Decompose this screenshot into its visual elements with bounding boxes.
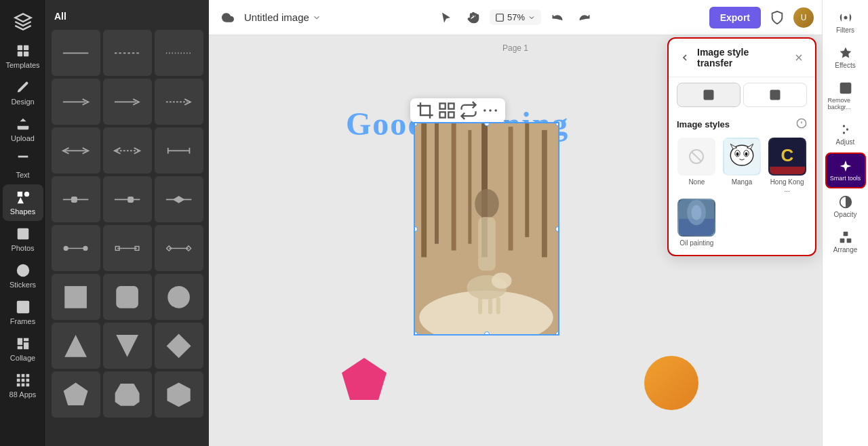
select-tool-button[interactable] xyxy=(435,7,457,28)
shape-dotted-double-arrow[interactable] xyxy=(103,127,152,174)
sidebar-item-templates[interactable]: Templates xyxy=(3,38,43,75)
sidebar-item-collage[interactable]: Collage xyxy=(3,331,43,367)
shape-square[interactable] xyxy=(52,274,100,320)
svg-point-128 xyxy=(692,205,702,220)
right-item-remove-bg[interactable]: Remove backgr... xyxy=(825,76,866,116)
logo[interactable] xyxy=(0,5,46,38)
svg-rect-18 xyxy=(23,338,28,342)
redo-button[interactable] xyxy=(574,7,595,28)
sidebar-item-frames[interactable]: Frames xyxy=(3,294,43,331)
canvas-orange-circle[interactable] xyxy=(644,356,698,410)
svg-rect-21 xyxy=(16,374,20,378)
shapes-panel: All xyxy=(46,0,209,446)
right-item-smart-tools[interactable]: Smart tools xyxy=(825,153,866,188)
sidebar-item-design[interactable]: Design xyxy=(3,75,43,111)
shape-dashed-line[interactable] xyxy=(103,30,152,76)
style-tab-text[interactable] xyxy=(743,83,807,107)
float-crop-button[interactable] xyxy=(416,101,435,120)
shape-dotted-arrow[interactable] xyxy=(155,79,203,125)
svg-rect-0 xyxy=(17,45,22,50)
shape-dot-line3[interactable] xyxy=(155,225,203,271)
style-info-button[interactable] xyxy=(796,118,807,131)
canvas-image-element[interactable] xyxy=(414,122,559,336)
style-item-none[interactable]: None xyxy=(677,138,717,193)
svg-rect-44 xyxy=(128,197,133,201)
sidebar-label-templates: Templates xyxy=(5,61,39,69)
sidebar-item-apps[interactable]: 88 Apps xyxy=(3,367,43,404)
shape-hexagon2[interactable] xyxy=(155,371,203,418)
right-item-effects[interactable]: Effects xyxy=(825,41,866,75)
shape-dot-line1[interactable] xyxy=(52,225,100,271)
shape-pentagon[interactable] xyxy=(52,371,100,418)
shape-diamond[interactable] xyxy=(155,323,203,369)
shapes-grid xyxy=(52,30,203,418)
handle-bm xyxy=(484,331,490,336)
svg-rect-68 xyxy=(448,112,454,117)
cloud-save-button[interactable] xyxy=(217,7,239,28)
doc-title-text: Untitled image xyxy=(244,12,309,23)
float-more-button[interactable] xyxy=(481,101,500,120)
shape-bar-arrow[interactable] xyxy=(155,127,203,174)
shape-double-arrow[interactable] xyxy=(52,127,100,174)
style-item-manga[interactable]: Manga xyxy=(722,138,762,193)
svg-rect-79 xyxy=(509,127,513,251)
svg-rect-24 xyxy=(16,379,20,382)
shape-rounded-rect[interactable] xyxy=(103,274,152,320)
svg-marker-92 xyxy=(840,47,851,58)
sidebar-item-upload[interactable]: Upload xyxy=(3,111,43,148)
style-name-none: None xyxy=(688,178,705,186)
right-item-opacity[interactable]: Opacity xyxy=(825,190,866,224)
right-label-filters: Filters xyxy=(836,26,854,34)
toolbar-right: Export U xyxy=(601,7,814,28)
svg-point-8 xyxy=(24,192,28,197)
doc-title[interactable]: Untitled image xyxy=(244,12,321,23)
style-item-hk[interactable]: C Hong Kong ... xyxy=(767,138,807,193)
back-button[interactable] xyxy=(678,51,692,64)
shape-dot-line2[interactable] xyxy=(103,225,152,271)
svg-rect-67 xyxy=(448,104,454,109)
shape-slider2[interactable] xyxy=(103,176,152,222)
float-flip-button[interactable] xyxy=(459,101,478,120)
export-button[interactable]: Export xyxy=(709,7,761,28)
shape-triangle-down[interactable] xyxy=(103,323,152,369)
style-tab-image[interactable] xyxy=(677,83,741,107)
svg-marker-63 xyxy=(115,384,140,406)
shape-triangle-up[interactable] xyxy=(52,323,100,369)
sidebar-item-shapes[interactable]: Shapes xyxy=(3,184,43,221)
svg-rect-2 xyxy=(17,52,22,56)
sidebar-item-photos[interactable]: Photos xyxy=(3,221,43,258)
shape-slider3[interactable] xyxy=(155,176,203,222)
hand-tool-button[interactable] xyxy=(462,7,484,28)
shape-circle[interactable] xyxy=(155,274,203,320)
canvas-content: Good Morning xyxy=(305,58,726,424)
page-label: Page 1 xyxy=(502,43,528,53)
handle-tr xyxy=(555,122,559,126)
svg-point-99 xyxy=(842,131,844,134)
zoom-button[interactable]: 57% xyxy=(490,9,541,25)
canvas-pentagon[interactable] xyxy=(339,356,390,403)
shape-solid-line[interactable] xyxy=(52,30,100,76)
shape-dotted-line[interactable] xyxy=(155,30,203,76)
handle-bl xyxy=(414,331,418,336)
right-item-filters[interactable]: Filters xyxy=(825,5,866,39)
shield-button[interactable] xyxy=(766,7,788,28)
svg-marker-9 xyxy=(17,197,23,203)
shape-arrow-right2[interactable] xyxy=(103,79,152,125)
right-item-adjust[interactable]: Adjust xyxy=(825,117,866,151)
float-grid-button[interactable] xyxy=(437,101,456,120)
sidebar-label-apps: 88 Apps xyxy=(9,390,37,399)
shape-slider1[interactable] xyxy=(52,176,100,222)
close-button[interactable] xyxy=(792,51,806,64)
svg-marker-64 xyxy=(167,382,191,407)
avatar[interactable]: U xyxy=(793,7,814,28)
shape-hexagon[interactable] xyxy=(103,371,152,418)
right-item-arrange[interactable]: Arrange xyxy=(825,225,866,259)
undo-button[interactable] xyxy=(547,7,568,28)
style-item-oil[interactable]: Oil painting xyxy=(677,199,717,247)
style-thumb-oil xyxy=(677,199,715,237)
zoom-level: 57% xyxy=(507,12,525,22)
sidebar-item-stickers[interactable]: Stickers xyxy=(3,258,43,294)
sidebar-item-text[interactable]: Text xyxy=(3,148,43,184)
shape-arrow-right[interactable] xyxy=(52,79,100,125)
style-section-header: Image styles xyxy=(677,118,807,131)
